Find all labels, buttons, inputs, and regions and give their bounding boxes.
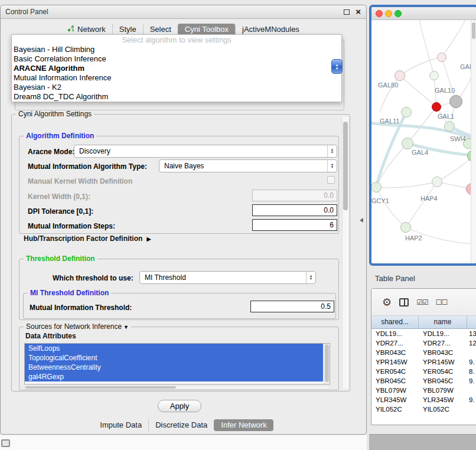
algorithm-option[interactable]: Dream8 DC_TDC Algorithm [12, 92, 341, 102]
network-node[interactable] [444, 121, 455, 132]
network-edge[interactable] [419, 16, 434, 76]
table-row[interactable]: YDR27...YDR27...12 [371, 338, 476, 348]
network-node[interactable] [432, 177, 442, 187]
minimized-window-icon[interactable] [1, 439, 10, 447]
network-node[interactable] [400, 222, 411, 233]
control-panel-title: Control Panel [5, 8, 48, 16]
tab-discretize-data[interactable]: Discretize Data [148, 419, 214, 431]
tab-cyni-toolbox[interactable]: Cyni Toolbox [178, 24, 235, 35]
network-edge[interactable] [437, 156, 473, 182]
column-header[interactable] [467, 316, 476, 328]
algorithm-option[interactable]: Mutual Information Inference [12, 73, 341, 83]
gear-icon[interactable]: ⚙ [382, 296, 392, 309]
table-row[interactable]: YDL19...YDL19...13 [371, 329, 476, 338]
kernel-width-input[interactable] [252, 190, 337, 201]
select-all-checkboxes-icon[interactable]: ☑☑ [416, 298, 428, 306]
table-cell: YDR27... [419, 338, 467, 348]
minimize-traffic-light-icon[interactable] [385, 10, 392, 17]
attributes-vertical-scrollbar[interactable] [324, 344, 330, 384]
table-row[interactable]: YBR043CYBR043C [371, 348, 476, 357]
algorithm-option[interactable]: Bayesian - K2 [12, 83, 341, 92]
algorithm-option[interactable]: Bayesian - Hill Climbing [12, 45, 341, 54]
close-traffic-light-icon[interactable] [376, 10, 383, 17]
mi-algorithm-type-select[interactable]: Naive Bayes ▲▼ [159, 159, 337, 172]
network-edge[interactable] [376, 187, 406, 227]
table-row[interactable]: YPR145WYPR145W9. [371, 357, 476, 367]
dpi-tolerance-input[interactable] [252, 204, 337, 216]
hub-section-toggle[interactable]: Hub/Transcription Factor Definition ▶ [24, 234, 151, 243]
network-edge[interactable] [406, 182, 437, 227]
panel-resize-arrow[interactable] [360, 218, 363, 223]
threshold-definition-legend: Threshold Definition [24, 255, 97, 263]
scrollbar-thumb[interactable] [472, 22, 475, 39]
threshold-definition-group: Threshold Definition Which threshold to … [19, 259, 339, 320]
table-cell [467, 405, 476, 414]
tab-select[interactable]: Select [143, 24, 178, 35]
network-edge[interactable] [376, 144, 407, 187]
tab-jactivemnodules[interactable]: jActiveMNodules [235, 24, 306, 35]
scrollbar-thumb[interactable] [25, 386, 176, 389]
network-edge[interactable] [400, 76, 436, 107]
tab-style[interactable]: Style [112, 24, 143, 35]
network-node[interactable] [429, 71, 439, 80]
attribute-item[interactable]: TopologicalCoefficient [25, 353, 323, 363]
node-label: SWI4 [450, 135, 466, 142]
network-edge[interactable] [376, 182, 437, 188]
collapse-down-icon: ▼ [123, 324, 129, 330]
tab-impute-data[interactable]: Impute Data [93, 419, 148, 431]
scrollbar-thumb[interactable] [343, 122, 348, 210]
attribute-item[interactable]: BetweennessCentrality [25, 363, 323, 372]
settings-scrollbar[interactable] [342, 117, 348, 389]
float-window-icon[interactable] [344, 9, 350, 15]
network-edge[interactable] [442, 19, 466, 57]
attribute-item[interactable]: gal4RGexp [25, 372, 323, 381]
node-label: GAL1 [438, 113, 454, 120]
deselect-all-checkboxes-icon[interactable]: ☐☐ [436, 298, 448, 306]
network-node[interactable] [371, 182, 382, 193]
apply-button[interactable]: Apply [158, 400, 201, 412]
manual-kernel-width-checkbox[interactable] [327, 176, 335, 184]
table-body: YDL19...YDL19...13YDR27...YDR27...12YBR0… [371, 329, 476, 425]
table-cell: YDL19... [371, 329, 419, 338]
table-cell: 8. [467, 367, 476, 376]
network-node[interactable] [437, 53, 446, 62]
which-threshold-select[interactable]: MI Threshold ▲▼ [139, 271, 316, 284]
aracne-mode-select[interactable]: Discovery ▲▼ [74, 145, 337, 158]
columns-icon[interactable] [399, 298, 409, 306]
attributes-horizontal-scrollbar[interactable] [24, 385, 330, 390]
column-header[interactable]: shared... [371, 316, 419, 328]
table-row[interactable]: YIL052CYIL052C [371, 405, 476, 414]
algorithm-option[interactable]: Basic Correlation Inference [12, 54, 341, 64]
network-node[interactable] [432, 102, 441, 112]
network-node[interactable] [401, 107, 412, 118]
mi-steps-input[interactable] [252, 219, 337, 231]
dpi-tolerance-label: DPI Tolerance [0,1]: [28, 207, 93, 216]
network-node[interactable] [395, 70, 405, 81]
tab-infer-network[interactable]: Infer Network [214, 419, 273, 431]
attribute-item[interactable]: SelfLoops [25, 344, 323, 353]
network-window: GAL8GAL80GAL10GAL11GAL1SWI4GAL4GCY1HAP4H… [369, 5, 476, 266]
mi-threshold-input[interactable] [250, 301, 334, 312]
tab-label: Select [150, 24, 171, 35]
close-icon[interactable]: × [356, 6, 361, 17]
table-cell: 9. [467, 376, 476, 386]
column-header[interactable]: name [419, 316, 467, 328]
scrollbar-thumb[interactable] [325, 344, 329, 382]
table-row[interactable]: YBR045CYBR045C9. [371, 376, 476, 386]
table-row[interactable]: YBL079WYBL079W [371, 386, 476, 395]
network-titlebar [371, 7, 476, 20]
network-canvas[interactable]: GAL8GAL80GAL10GAL11GAL1SWI4GAL4GCY1HAP4H… [371, 7, 476, 263]
zoom-traffic-light-icon[interactable] [395, 10, 402, 17]
network-node[interactable] [402, 138, 413, 149]
sources-legend[interactable]: Sources for Network Inference▼ [24, 322, 131, 331]
table-row[interactable]: YER054CYER054C8. [371, 367, 476, 376]
algorithm-option[interactable]: ARACNE Algorithm [12, 64, 341, 73]
network-node[interactable] [449, 95, 462, 108]
table-row[interactable]: YLR345WYLR345W9. [371, 395, 476, 405]
algorithm-combo-stepper[interactable]: ▲ ▼ [331, 59, 343, 74]
data-attributes-list[interactable]: SelfLoopsTopologicalCoefficientBetweenne… [24, 343, 330, 384]
network-scrollbar[interactable] [471, 20, 476, 263]
cyni-settings-legend: Cyni Algorithm Settings [16, 110, 94, 118]
tab-network[interactable]: Network [61, 24, 112, 35]
sources-group: Sources for Network Inference▼ Data Attr… [19, 327, 339, 390]
